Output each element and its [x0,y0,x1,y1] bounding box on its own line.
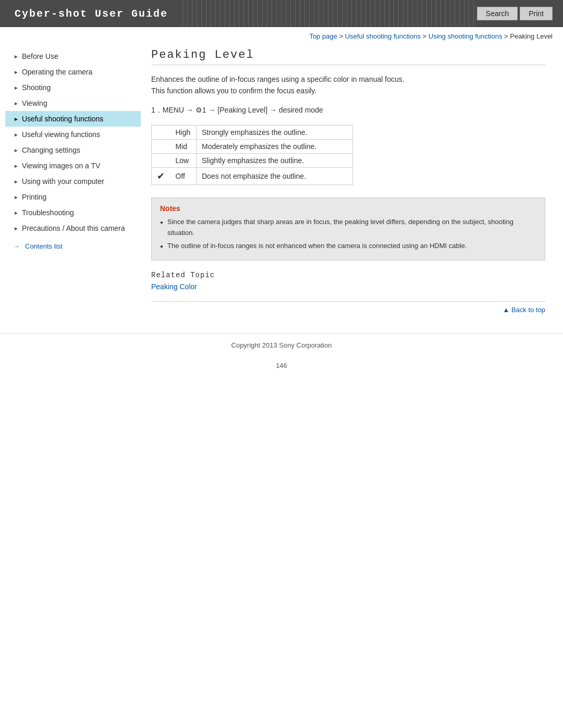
note-item-1: The outline of in-focus ranges is not en… [160,241,536,252]
header-buttons: Search Print [477,7,563,20]
sidebar-arrow-5: ► [14,132,19,138]
search-button[interactable]: Search [477,7,518,20]
breadcrumb-using-shooting[interactable]: Using shooting functions [429,32,503,40]
footer: Copyright 2013 Sony Corporation [0,334,563,356]
table-desc-2: Slightly emphasizes the outline. [197,154,353,168]
page-title: Peaking Level [151,48,545,65]
page-number: 146 [0,356,563,375]
sidebar-label-5: Useful viewing functions [22,130,100,139]
table-desc-1: Moderately emphasizes the outline. [197,140,353,154]
breadcrumb-top[interactable]: Top page [309,32,337,40]
sidebar-arrow-7: ► [14,163,19,169]
sidebar: ►Before Use►Operating the camera►Shootin… [5,43,141,328]
sidebar-item-9[interactable]: ►Printing [5,189,141,205]
sidebar-label-11: Precautions / About this camera [22,224,125,232]
instruction: 1．MENU → ⚙1 → [Peaking Level] → desired … [151,104,545,116]
note-item-0: Since the camera judges that sharp areas… [160,217,536,239]
sidebar-label-9: Printing [22,193,46,201]
sidebar-nav: ►Before Use►Operating the camera►Shootin… [5,48,141,236]
sidebar-item-6[interactable]: ►Changing settings [5,142,141,158]
back-to-top-link[interactable]: ▲ Back to top [503,306,545,314]
table-row-2: Low Slightly emphasizes the outline. [152,154,353,168]
sidebar-item-7[interactable]: ►Viewing images on a TV [5,158,141,174]
contents-list-link[interactable]: → Contents list [5,236,141,250]
header-stripe [178,0,477,27]
breadcrumb-current: Peaking Level [510,32,553,40]
table-icon-0 [152,126,170,140]
sidebar-label-3: Viewing [22,99,47,107]
sidebar-item-0[interactable]: ►Before Use [5,48,141,64]
sidebar-item-11[interactable]: ►Precautions / About this camera [5,220,141,236]
sidebar-label-4: Useful shooting functions [22,115,103,123]
sidebar-label-1: Operating the camera [22,68,92,76]
sidebar-arrow-6: ► [14,147,19,153]
table-label-0: High [170,126,197,140]
sidebar-label-0: Before Use [22,52,58,60]
contents-link-label: Contents list [25,242,63,250]
notes-list: Since the camera judges that sharp areas… [160,217,536,251]
sidebar-arrow-1: ► [14,69,19,75]
sidebar-item-1[interactable]: ►Operating the camera [5,64,141,80]
level-table: High Strongly emphasizes the outline. Mi… [151,125,353,185]
sidebar-arrow-11: ► [14,226,19,231]
related-link[interactable]: Peaking Color [151,282,197,291]
sidebar-arrow-2: ► [14,85,19,91]
breadcrumb: Top page > Useful shooting functions > U… [0,27,563,43]
description-line1: Enhances the outline of in-focus ranges … [151,73,545,85]
breadcrumb-useful-shooting[interactable]: Useful shooting functions [345,32,421,40]
main-content: Peaking Level Enhances the outline of in… [141,43,558,328]
table-label-2: Low [170,154,197,168]
table-icon-1 [152,140,170,154]
table-row-3: ✔ Off Does not emphasize the outline. [152,168,353,185]
table-label-3: Off [170,168,197,185]
table-row-0: High Strongly emphasizes the outline. [152,126,353,140]
sidebar-arrow-3: ► [14,101,19,106]
sidebar-item-5[interactable]: ►Useful viewing functions [5,127,141,142]
notes-box: Notes Since the camera judges that sharp… [151,198,545,260]
sidebar-label-7: Viewing images on a TV [22,162,100,170]
sidebar-label-6: Changing settings [22,146,80,154]
description-line2: This function allows you to confirm the … [151,85,545,96]
sidebar-arrow-0: ► [14,54,19,59]
sidebar-item-3[interactable]: ►Viewing [5,95,141,111]
copyright: Copyright 2013 Sony Corporation [231,341,332,349]
table-desc-0: Strongly emphasizes the outline. [197,126,353,140]
header: Cyber-shot User Guide Search Print [0,0,563,27]
sidebar-label-2: Shooting [22,83,51,92]
table-row-1: Mid Moderately emphasizes the outline. [152,140,353,154]
sidebar-arrow-10: ► [14,210,19,216]
sidebar-item-2[interactable]: ►Shooting [5,80,141,95]
description: Enhances the outline of in-focus ranges … [151,73,545,97]
table-icon-3: ✔ [152,168,170,185]
print-button[interactable]: Print [520,7,553,20]
sidebar-arrow-4: ► [14,116,19,122]
main-layout: ►Before Use►Operating the camera►Shootin… [0,43,563,328]
sidebar-arrow-9: ► [14,194,19,200]
sidebar-item-4[interactable]: ►Useful shooting functions [5,111,141,127]
table-icon-2 [152,154,170,168]
sidebar-arrow-8: ► [14,179,19,184]
related-topic-title: Related Topic [151,271,545,279]
related-topic: Related Topic Peaking Color [151,271,545,291]
sidebar-label-8: Using with your computer [22,177,104,186]
table-label-1: Mid [170,140,197,154]
sidebar-item-10[interactable]: ►Troubleshooting [5,205,141,220]
sidebar-item-8[interactable]: ►Using with your computer [5,174,141,189]
notes-title: Notes [160,204,536,213]
sidebar-label-10: Troubleshooting [22,208,74,217]
app-title: Cyber-shot User Guide [0,8,168,20]
table-desc-3: Does not emphasize the outline. [197,168,353,185]
back-to-top: ▲ Back to top [151,301,545,318]
